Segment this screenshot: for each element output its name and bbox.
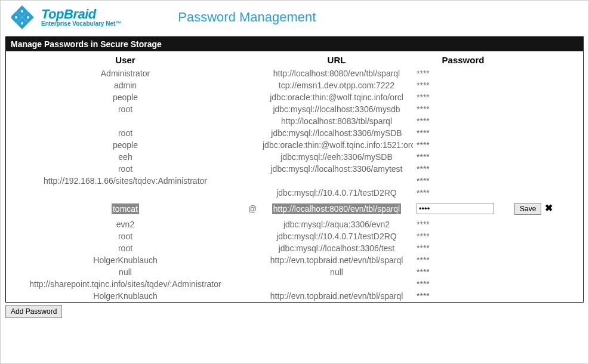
cell-password: **** [413, 91, 512, 103]
save-button[interactable]: Save [514, 203, 541, 215]
cell-actions [512, 278, 584, 290]
cell-password: **** [413, 103, 512, 115]
table-row[interactable]: evn2jdbc:mysql://aqua:3306/evn2**** [6, 218, 584, 230]
table-row[interactable]: http://localhost:8083/tbl/sparql**** [6, 115, 584, 127]
table-row[interactable]: nullnull**** [6, 266, 584, 278]
cell-password: **** [413, 151, 512, 163]
cell-actions [512, 266, 584, 278]
password-table: User URL Password Administratorhttp://lo… [6, 51, 584, 302]
logo-sub: Enterprise Vocabulary Net™ [41, 21, 121, 27]
table-row[interactable]: peoplejdbc:oracle:thin:@wolf.tqinc.info/… [6, 91, 584, 103]
table-row[interactable]: eehjdbc:mysql://eeh:3306/mySDB**** [6, 151, 584, 163]
cell-password: **** [413, 230, 512, 242]
cell-password: **** [413, 242, 512, 254]
table-row[interactable]: http://192.168.1.66/sites/tqdev:Administ… [6, 175, 584, 187]
password-panel: Manage Passwords in Secure Storage User … [5, 36, 584, 303]
cell-actions [512, 254, 584, 266]
table-row[interactable]: peoplejdbc:oracle:thin:@wolf.tqinc.info:… [6, 139, 584, 151]
cell-user: admin [6, 79, 245, 91]
logo-text: TopBraid Enterprise Vocabulary Net™ [41, 8, 121, 27]
cell-actions [512, 151, 584, 163]
cell-actions [512, 187, 584, 199]
cell-at [245, 175, 260, 187]
cell-at [245, 103, 260, 115]
cell-user: root [6, 163, 245, 175]
add-password-button[interactable]: Add Password [5, 305, 62, 318]
cell-url: jdbc:mysql://eeh:3306/mySDB [260, 151, 413, 163]
cell-password: **** [413, 290, 512, 302]
cell-password: **** [413, 79, 512, 91]
cell-at [245, 91, 260, 103]
table-row[interactable]: HolgerKnublauchhttp://evn.topbraid.net/e… [6, 254, 584, 266]
cell-user: HolgerKnublauch [6, 254, 245, 266]
cell-url [260, 175, 413, 187]
cell-actions: Save✖ [512, 199, 584, 218]
table-row[interactable]: admintcp://emsn1.dev.otpp.com:7222**** [6, 79, 584, 91]
cell-url: jdbc:mysql://10.4.0.71/testD2RQ [260, 230, 413, 242]
cell-url: http://localhost:8080/evn/tbl/sparql [260, 199, 413, 218]
cell-actions [512, 290, 584, 302]
cell-url: null [260, 266, 413, 278]
close-icon[interactable]: ✖ [545, 203, 553, 213]
cell-actions [512, 115, 584, 127]
column-header-user: User [6, 51, 245, 67]
cell-at [245, 139, 260, 151]
cell-actions [512, 127, 584, 139]
cell-user: root [6, 242, 245, 254]
cell-at [245, 290, 260, 302]
table-row[interactable]: Administratorhttp://localhost:8080/evn/t… [6, 67, 584, 79]
cell-at [245, 242, 260, 254]
cell-url: http://localhost:8080/evn/tbl/sparql [260, 67, 413, 79]
cell-password: **** [413, 67, 512, 79]
cell-user [6, 187, 245, 199]
cell-actions [512, 79, 584, 91]
column-header-password: Password [413, 51, 512, 67]
cell-password: **** [413, 127, 512, 139]
password-input[interactable] [417, 203, 494, 214]
cell-at [245, 278, 260, 290]
table-row[interactable]: rootjdbc:mysql://localhost:3306/test**** [6, 242, 584, 254]
cell-user [6, 115, 245, 127]
panel-header: Manage Passwords in Secure Storage [6, 37, 583, 51]
cell-user: HolgerKnublauch [6, 290, 245, 302]
cell-url: http://evn.topbraid.net/evn/tbl/sparql [260, 290, 413, 302]
column-header-actions [512, 51, 584, 67]
selected-url: http://localhost:8080/evn/tbl/sparql [272, 203, 401, 214]
table-row[interactable]: http://sharepoint.tqinc.info/sites/tqdev… [6, 278, 584, 290]
cell-password: **** [413, 254, 512, 266]
cell-url: jdbc:mysql://localhost:3306/mySDB [260, 127, 413, 139]
cell-password: **** [413, 278, 512, 290]
cell-url [260, 278, 413, 290]
cell-at [245, 266, 260, 278]
cell-password: **** [413, 266, 512, 278]
cell-password [413, 199, 512, 218]
cell-user: http://sharepoint.tqinc.info/sites/tqdev… [6, 278, 245, 290]
cell-actions [512, 91, 584, 103]
cell-password: **** [413, 163, 512, 175]
table-row[interactable]: HolgerKnublauchhttp://evn.topbraid.net/e… [6, 290, 584, 302]
cell-url: jdbc:mysql://aqua:3306/evn2 [260, 218, 413, 230]
svg-point-6 [21, 22, 23, 24]
cell-at [245, 115, 260, 127]
cell-at [245, 79, 260, 91]
cell-actions [512, 67, 584, 79]
cell-user: people [6, 91, 245, 103]
cell-at [245, 187, 260, 199]
cell-user: evn2 [6, 218, 245, 230]
table-row[interactable]: rootjdbc:mysql://localhost:3306/mysdb***… [6, 103, 584, 115]
table-row[interactable]: jdbc:mysql://10.4.0.71/testD2RQ**** [6, 187, 584, 199]
cell-at [245, 67, 260, 79]
table-row[interactable]: rootjdbc:mysql://10.4.0.71/testD2RQ**** [6, 230, 584, 242]
cell-url: tcp://emsn1.dev.otpp.com:7222 [260, 79, 413, 91]
cell-user: http://192.168.1.66/sites/tqdev:Administ… [6, 175, 245, 187]
table-row[interactable]: rootjdbc:mysql://localhost:3306/mySDB***… [6, 127, 584, 139]
table-row[interactable]: rootjdbc:mysql://localhost:3306/amytest*… [6, 163, 584, 175]
cell-url: jdbc:oracle:thin:@wolf.tqinc.info:1521:o… [260, 139, 413, 151]
table-row-editing: tomcat@http://localhost:8080/evn/tbl/spa… [6, 199, 584, 218]
page-header: TopBraid Enterprise Vocabulary Net™ Pass… [1, 1, 588, 36]
cell-user: people [6, 139, 245, 151]
column-header-url: URL [260, 51, 413, 67]
cell-user: eeh [6, 151, 245, 163]
cell-password: **** [413, 175, 512, 187]
cell-url: http://localhost:8083/tbl/sparql [260, 115, 413, 127]
